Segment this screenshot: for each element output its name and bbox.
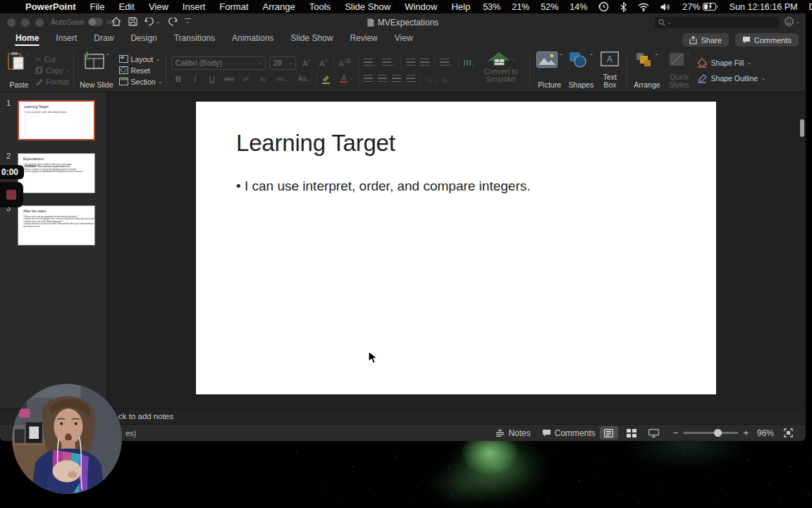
convert-to-smartart-button[interactable]: ⌄ Convert to SmartArt	[476, 50, 526, 90]
line-spacing-button[interactable]: ⌄	[440, 56, 453, 68]
customize-toolbar-icon[interactable]: ⌄	[185, 18, 191, 25]
tab-insert[interactable]: Insert	[47, 31, 85, 48]
home-icon[interactable]	[111, 17, 121, 26]
time-machine-icon[interactable]	[593, 1, 615, 12]
volume-icon[interactable]	[655, 3, 677, 11]
slide-sorter-view-button[interactable]	[622, 426, 641, 440]
reset-button[interactable]: Reset	[119, 66, 163, 75]
character-spacing-button[interactable]: AV⌄	[273, 75, 291, 83]
wifi-icon[interactable]	[632, 3, 655, 11]
bluetooth-icon[interactable]	[615, 2, 632, 12]
slide-canvas[interactable]: Learning Target • I can use interpret, o…	[196, 102, 716, 394]
shapes-button[interactable]: ⌄ Shapes	[566, 50, 597, 90]
slide-title-text[interactable]: Learning Target	[236, 130, 395, 157]
stat-cpu[interactable]: 53%	[477, 2, 506, 12]
menu-file[interactable]: File	[83, 1, 112, 12]
webcam-overlay-bubble[interactable]	[12, 384, 122, 494]
share-button[interactable]: Share	[682, 33, 728, 47]
save-icon[interactable]	[128, 17, 137, 26]
copy-button[interactable]: Copy⌄	[35, 66, 70, 75]
align-center-button[interactable]	[378, 72, 387, 85]
subscript-button[interactable]: x₂	[256, 75, 269, 83]
bullets-button[interactable]: ⌄	[364, 56, 377, 68]
slide-bullet-text[interactable]: • I can use interpret, order, and compar…	[236, 179, 531, 194]
text-box-button[interactable]: A Text Box	[596, 50, 623, 90]
fast-user-switch[interactable]: Daphne	[803, 2, 812, 12]
menu-arrange[interactable]: Arrange	[256, 1, 302, 12]
shape-fill-button[interactable]: Shape Fill⌄	[697, 58, 765, 68]
slide-3-thumbnail[interactable]: After the video Did you focus and go som…	[18, 205, 95, 246]
zoom-in-button[interactable]: +	[743, 428, 749, 438]
highlight-color-button[interactable]: ⌄	[321, 74, 336, 84]
tab-draw[interactable]: Draw	[85, 31, 122, 48]
notes-toggle-button[interactable]: Notes	[496, 428, 530, 438]
battery-status[interactable]: 27%	[677, 2, 724, 12]
slide-1-thumbnail[interactable]: Learning Target I can use interpret, ord…	[18, 100, 95, 140]
search-field[interactable]: ⌄	[655, 17, 779, 28]
menu-window[interactable]: Window	[398, 1, 444, 12]
layout-button[interactable]: Layout⌄	[119, 55, 163, 64]
section-button[interactable]: Section⌄	[119, 78, 163, 86]
increase-indent-button[interactable]	[420, 56, 429, 68]
tab-transitions[interactable]: Transitions	[166, 31, 223, 48]
zoom-slider[interactable]	[683, 432, 738, 434]
italic-button[interactable]: I	[188, 75, 202, 83]
redo-button[interactable]	[168, 18, 178, 26]
comments-button[interactable]: Comments	[735, 33, 799, 47]
undo-button[interactable]: ⌄	[144, 18, 161, 26]
tab-view[interactable]: View	[386, 31, 422, 48]
normal-view-button[interactable]	[600, 426, 618, 440]
slideshow-view-button[interactable]	[645, 426, 663, 440]
zoom-out-button[interactable]: −	[673, 428, 679, 438]
tab-review[interactable]: Review	[341, 31, 386, 48]
menu-powerpoint[interactable]: PowerPoint	[18, 1, 83, 12]
tab-home[interactable]: Home	[7, 31, 47, 48]
comments-toggle-button[interactable]: Comments	[542, 428, 596, 438]
align-text-button[interactable]: ▯⌄	[442, 72, 450, 85]
tab-animations[interactable]: Animations	[223, 31, 282, 48]
new-slide-button[interactable]: ⌄ New Slide	[78, 50, 115, 90]
superscript-button[interactable]: x²	[239, 75, 252, 83]
menu-format[interactable]: Format	[212, 1, 255, 12]
slide-2-thumbnail[interactable]: Expectations Use twice the video's lengt…	[18, 153, 95, 193]
bold-button[interactable]: B	[171, 75, 185, 83]
menu-insert[interactable]: Insert	[176, 1, 213, 12]
zoom-percent[interactable]: 96%	[757, 428, 774, 438]
shrink-font-button[interactable]: A˅	[316, 59, 330, 68]
change-case-button[interactable]: Aa⌄	[295, 75, 313, 83]
arrange-button[interactable]: ⌄ Arrange	[631, 50, 663, 90]
font-color-button[interactable]: A⌄	[340, 75, 353, 83]
notes-pane[interactable]: ck to add notes	[0, 408, 806, 424]
format-painter-button[interactable]: Format	[35, 78, 70, 86]
vertical-scrollbar-thumb[interactable]	[800, 119, 804, 137]
clear-formatting-button[interactable]: A⌫	[338, 59, 351, 68]
menu-help[interactable]: Help	[444, 1, 477, 12]
menu-edit[interactable]: Edit	[111, 1, 141, 12]
strikethrough-button[interactable]: abc	[222, 75, 235, 83]
underline-button[interactable]: U	[205, 75, 219, 83]
close-window-button[interactable]	[7, 18, 16, 27]
justify-button[interactable]	[406, 72, 415, 85]
grow-font-button[interactable]: A˄	[300, 59, 313, 68]
add-table-button[interactable]: ⌄	[464, 56, 475, 68]
text-direction-button[interactable]: ↕↓⌄	[426, 72, 437, 85]
numbering-button[interactable]: ⌄	[382, 56, 395, 68]
stat-net[interactable]: 14%	[564, 2, 593, 12]
feedback-smiley-button[interactable]: ⌄	[785, 17, 800, 26]
recording-stop-button[interactable]	[0, 182, 23, 207]
tab-design[interactable]: Design	[122, 31, 165, 48]
cut-button[interactable]: ✂Cut	[35, 55, 70, 64]
stat-mem[interactable]: 21%	[506, 2, 535, 12]
align-right-button[interactable]	[392, 72, 401, 85]
picture-button[interactable]: ⌄ Picture	[534, 50, 566, 90]
menu-slideshow[interactable]: Slide Show	[338, 1, 398, 12]
zoom-window-button[interactable]	[35, 18, 44, 27]
minimize-window-button[interactable]	[21, 18, 30, 27]
quick-styles-button[interactable]: ⌄ Quick Styles	[663, 50, 696, 90]
menu-view[interactable]: View	[142, 1, 176, 12]
menubar-clock[interactable]: Sun 12:16:16 PM	[724, 2, 804, 12]
shape-outline-button[interactable]: Shape Outline⌄	[697, 73, 765, 83]
tab-slide-show[interactable]: Slide Show	[282, 31, 341, 48]
menu-tools[interactable]: Tools	[302, 1, 338, 12]
autosave-toggle[interactable]	[88, 18, 103, 26]
